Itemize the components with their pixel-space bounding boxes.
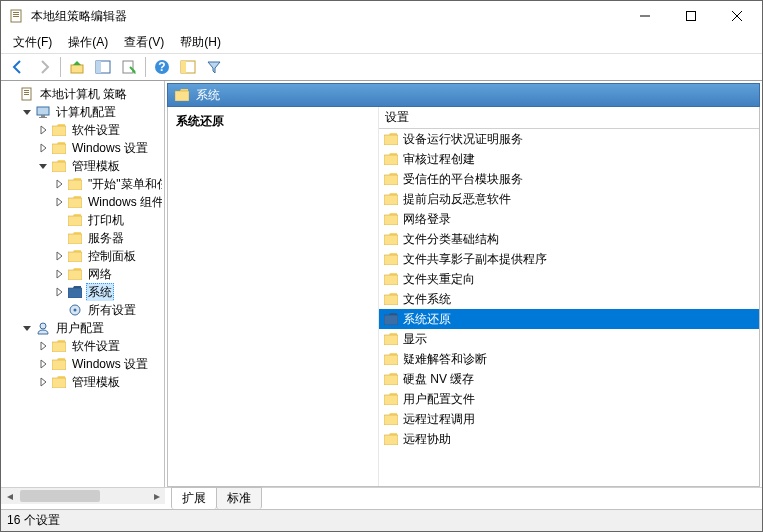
expand-icon[interactable]: [35, 158, 51, 174]
menu-bar: 文件(F) 操作(A) 查看(V) 帮助(H): [1, 31, 762, 53]
expand-icon[interactable]: [51, 194, 67, 210]
list-item[interactable]: 硬盘 NV 缓存: [379, 369, 759, 389]
options-button[interactable]: [176, 55, 200, 79]
svg-rect-37: [52, 360, 66, 370]
maximize-button[interactable]: [668, 1, 714, 31]
tree-node-label: 用户配置: [54, 320, 106, 337]
tree-cc-windows[interactable]: Windows 设置: [3, 139, 162, 157]
expand-icon[interactable]: [35, 338, 51, 354]
tree-uc-software[interactable]: 软件设置: [3, 337, 162, 355]
list-item-label: 网络登录: [403, 211, 451, 228]
menu-help[interactable]: 帮助(H): [172, 32, 229, 53]
tree-pane[interactable]: 本地计算机 策略计算机配置软件设置Windows 设置管理模板"开始"菜单和任务…: [1, 81, 165, 487]
minimize-button[interactable]: [622, 1, 668, 31]
forward-button[interactable]: [32, 55, 56, 79]
scroll-thumb[interactable]: [20, 490, 100, 502]
scroll-right-arrow[interactable]: ▸: [148, 488, 165, 504]
expand-icon[interactable]: [35, 122, 51, 138]
expand-icon[interactable]: [51, 176, 67, 192]
tree-cc-control[interactable]: 控制面板: [3, 247, 162, 265]
expand-icon[interactable]: [35, 356, 51, 372]
filter-button[interactable]: [202, 55, 226, 79]
list-item[interactable]: 提前启动反恶意软件: [379, 189, 759, 209]
close-button[interactable]: [714, 1, 760, 31]
list-item[interactable]: 文件夹重定向: [379, 269, 759, 289]
scroll-left-arrow[interactable]: ◂: [1, 488, 18, 504]
settings-column-header[interactable]: 设置: [379, 107, 759, 129]
tree-cc-all[interactable]: 所有设置: [3, 301, 162, 319]
list-item-label: 系统还原: [403, 311, 451, 328]
tab-extended[interactable]: 扩展: [171, 487, 217, 509]
list-item-label: 文件夹重定向: [403, 271, 475, 288]
list-item[interactable]: 审核过程创建: [379, 149, 759, 169]
menu-file[interactable]: 文件(F): [5, 32, 60, 53]
list-item[interactable]: 设备运行状况证明服务: [379, 129, 759, 149]
expand-icon[interactable]: [35, 140, 51, 156]
expand-icon[interactable]: [35, 374, 51, 390]
properties-button[interactable]: [117, 55, 141, 79]
list-item-label: 审核过程创建: [403, 151, 475, 168]
policy-tree[interactable]: 本地计算机 策略计算机配置软件设置Windows 设置管理模板"开始"菜单和任务…: [1, 83, 164, 393]
svg-rect-18: [24, 92, 29, 93]
svg-rect-49: [384, 315, 398, 325]
tree-node-icon: [67, 284, 83, 300]
expand-icon: [51, 230, 67, 246]
list-item[interactable]: 远程协助: [379, 429, 759, 449]
expand-icon[interactable]: [51, 248, 67, 264]
up-button[interactable]: [65, 55, 89, 79]
tree-root[interactable]: 本地计算机 策略: [3, 85, 162, 103]
settings-list[interactable]: 设备运行状况证明服务审核过程创建受信任的平台模块服务提前启动反恶意软件网络登录文…: [379, 129, 759, 486]
menu-action[interactable]: 操作(A): [60, 32, 116, 53]
expand-icon[interactable]: [51, 266, 67, 282]
show-hide-tree-button[interactable]: [91, 55, 115, 79]
folder-icon: [383, 151, 399, 167]
tree-node-label: 软件设置: [70, 338, 122, 355]
list-item[interactable]: 远程过程调用: [379, 409, 759, 429]
back-button[interactable]: [6, 55, 30, 79]
tree-node-icon: [67, 176, 83, 192]
tree-horizontal-scrollbar[interactable]: ◂ ▸: [1, 487, 165, 504]
folder-icon: [383, 311, 399, 327]
tree-cc-network[interactable]: 网络: [3, 265, 162, 283]
tree-cc-admin[interactable]: 管理模板: [3, 157, 162, 175]
tree-cc-start[interactable]: "开始"菜单和任务栏: [3, 175, 162, 193]
tree-cc-system[interactable]: 系统: [3, 283, 162, 301]
tree-uc-admin[interactable]: 管理模板: [3, 373, 162, 391]
list-item[interactable]: 显示: [379, 329, 759, 349]
tab-standard[interactable]: 标准: [216, 487, 262, 509]
svg-rect-50: [384, 335, 398, 345]
expand-icon[interactable]: [19, 104, 35, 120]
tree-node-icon: [51, 122, 67, 138]
list-item[interactable]: 文件分类基础结构: [379, 229, 759, 249]
tree-user-config[interactable]: 用户配置: [3, 319, 162, 337]
list-item[interactable]: 用户配置文件: [379, 389, 759, 409]
tree-cc-software[interactable]: 软件设置: [3, 121, 162, 139]
list-item-label: 设备运行状况证明服务: [403, 131, 523, 148]
menu-view[interactable]: 查看(V): [116, 32, 172, 53]
tree-cc-printer[interactable]: 打印机: [3, 211, 162, 229]
svg-rect-31: [68, 270, 82, 280]
tree-uc-windows[interactable]: Windows 设置: [3, 355, 162, 373]
list-item[interactable]: 系统还原: [379, 309, 759, 329]
list-item[interactable]: 文件系统: [379, 289, 759, 309]
folder-icon: [383, 191, 399, 207]
expand-icon[interactable]: [51, 284, 67, 300]
tree-node-label: 计算机配置: [54, 104, 118, 121]
tree-computer-config[interactable]: 计算机配置: [3, 103, 162, 121]
expand-icon[interactable]: [19, 320, 35, 336]
status-bar: 16 个设置: [1, 509, 762, 531]
tree-node-icon: [67, 266, 83, 282]
list-item-label: 文件共享影子副本提供程序: [403, 251, 547, 268]
svg-rect-1: [13, 12, 19, 13]
tree-node-label: 管理模板: [70, 158, 122, 175]
tree-cc-server[interactable]: 服务器: [3, 229, 162, 247]
list-item[interactable]: 文件共享影子副本提供程序: [379, 249, 759, 269]
svg-text:?: ?: [158, 60, 165, 74]
svg-rect-36: [52, 342, 66, 352]
tree-node-label: 控制面板: [86, 248, 138, 265]
tree-cc-wincomp[interactable]: Windows 组件: [3, 193, 162, 211]
list-item[interactable]: 网络登录: [379, 209, 759, 229]
list-item[interactable]: 受信任的平台模块服务: [379, 169, 759, 189]
list-item[interactable]: 疑难解答和诊断: [379, 349, 759, 369]
help-button[interactable]: ?: [150, 55, 174, 79]
